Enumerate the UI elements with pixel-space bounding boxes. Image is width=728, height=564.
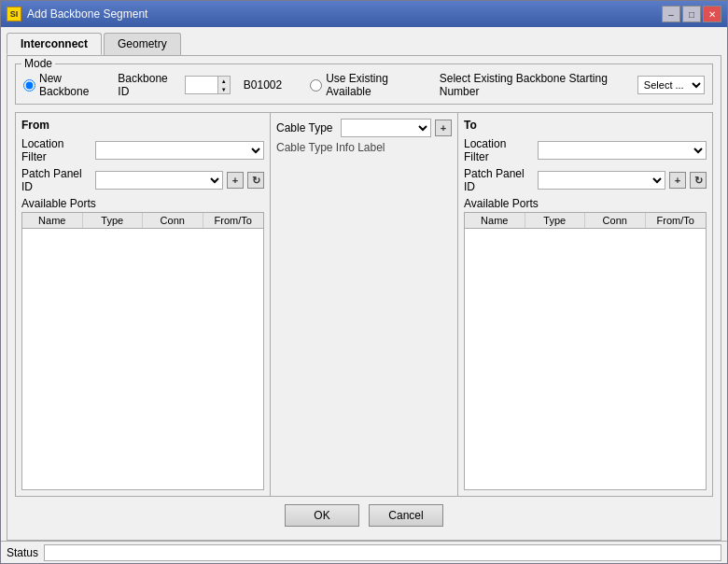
- from-patch-edit-button[interactable]: ↻: [247, 172, 264, 189]
- to-panel-title: To: [464, 119, 707, 132]
- close-button[interactable]: ✕: [703, 6, 721, 22]
- tab-geometry[interactable]: Geometry: [104, 33, 181, 55]
- backbone-id-input[interactable]: 1002: [185, 76, 217, 94]
- from-ports-body: [22, 229, 263, 485]
- cable-panel: Cable Type + Cable Type Info Label: [271, 112, 457, 497]
- tabs-bar: Interconnect Geometry: [1, 27, 727, 55]
- backbone-id-text: B01002: [244, 78, 282, 92]
- tab-interconnect[interactable]: Interconnect: [7, 33, 102, 55]
- from-available-ports-label: Available Ports: [21, 197, 264, 210]
- mode-group: Mode New Backbone Backbone ID 1002 ▲ ▼ B…: [15, 63, 713, 105]
- cancel-button[interactable]: Cancel: [369, 504, 443, 527]
- bottom-buttons: OK Cancel: [15, 497, 713, 532]
- to-ports-table-header: Name Type Conn From/To: [465, 213, 706, 229]
- cable-info-label: Cable Type Info Label: [276, 141, 452, 154]
- from-patch-panel-row: Patch Panel ID + ↻: [21, 167, 264, 193]
- from-col-fromto: From/To: [203, 213, 264, 228]
- from-col-type: Type: [83, 213, 144, 228]
- to-available-ports-label: Available Ports: [464, 197, 707, 210]
- from-patch-panel-label: Patch Panel ID: [21, 167, 91, 193]
- three-column-layout: From Location Filter Patch Panel ID + ↻ …: [15, 112, 713, 497]
- new-backbone-radio-label[interactable]: New Backbone: [23, 72, 105, 98]
- main-content: Mode New Backbone Backbone ID 1002 ▲ ▼ B…: [7, 55, 721, 541]
- app-icon: SI: [7, 7, 21, 21]
- to-col-fromto: From/To: [646, 213, 707, 228]
- to-location-filter-label: Location Filter: [464, 137, 534, 163]
- from-location-filter-label: Location Filter: [21, 137, 91, 163]
- to-ports-table: Name Type Conn From/To: [464, 212, 707, 490]
- to-patch-panel-label: Patch Panel ID: [464, 167, 534, 193]
- window-title: Add Backbone Segment: [27, 7, 662, 21]
- title-bar: SI Add Backbone Segment – □ ✕: [1, 1, 727, 27]
- status-label: Status: [7, 546, 38, 559]
- to-col-conn: Conn: [585, 213, 646, 228]
- from-patch-panel-dropdown[interactable]: [95, 171, 223, 190]
- from-col-conn: Conn: [143, 213, 203, 228]
- to-location-filter-row: Location Filter: [464, 137, 707, 163]
- new-backbone-radio[interactable]: [23, 79, 35, 92]
- to-location-filter-dropdown[interactable]: [538, 141, 707, 160]
- to-patch-panel-row: Patch Panel ID + ↻: [464, 167, 707, 193]
- to-ports-body: [465, 229, 706, 485]
- use-existing-radio[interactable]: [310, 79, 322, 92]
- window-controls: – □ ✕: [662, 6, 721, 22]
- to-patch-add-button[interactable]: +: [669, 172, 686, 189]
- spinner-down-button[interactable]: ▼: [218, 85, 230, 93]
- main-window: SI Add Backbone Segment – □ ✕ Interconne…: [0, 0, 728, 564]
- from-patch-add-button[interactable]: +: [227, 172, 244, 189]
- status-field: [44, 544, 721, 561]
- use-existing-radio-label[interactable]: Use Existing Available: [310, 72, 423, 98]
- select-existing-dropdown[interactable]: Select ...: [637, 76, 705, 94]
- to-col-name: Name: [465, 213, 525, 228]
- from-ports-table-header: Name Type Conn From/To: [22, 213, 263, 229]
- from-col-name: Name: [22, 213, 83, 228]
- to-panel: To Location Filter Patch Panel ID + ↻ Av…: [457, 112, 713, 497]
- spinner-up-button[interactable]: ▲: [218, 77, 230, 85]
- mode-row: New Backbone Backbone ID 1002 ▲ ▼ B01002…: [23, 72, 705, 98]
- backbone-id-spinner: 1002 ▲ ▼: [185, 76, 231, 94]
- cable-type-row: Cable Type +: [276, 119, 452, 137]
- from-ports-table: Name Type Conn From/To: [21, 212, 264, 490]
- to-col-type: Type: [525, 213, 586, 228]
- to-patch-edit-button[interactable]: ↻: [690, 172, 707, 189]
- mode-group-label: Mode: [21, 57, 55, 70]
- cable-type-add-button[interactable]: +: [435, 120, 452, 136]
- select-existing-label: Select Existing Backbone Starting Number: [440, 72, 628, 98]
- cable-type-dropdown[interactable]: [341, 119, 432, 137]
- from-location-filter-dropdown[interactable]: [95, 141, 264, 160]
- status-bar: Status: [1, 541, 727, 563]
- spinner-arrows: ▲ ▼: [217, 76, 231, 94]
- minimize-button[interactable]: –: [662, 6, 680, 22]
- backbone-id-label: Backbone ID: [118, 72, 175, 98]
- maximize-button[interactable]: □: [682, 6, 701, 22]
- cable-type-label: Cable Type: [276, 121, 333, 134]
- from-location-filter-row: Location Filter: [21, 137, 264, 163]
- to-patch-panel-dropdown[interactable]: [538, 171, 665, 190]
- from-panel-title: From: [21, 119, 264, 132]
- ok-button[interactable]: OK: [285, 504, 359, 527]
- from-panel: From Location Filter Patch Panel ID + ↻ …: [15, 112, 271, 497]
